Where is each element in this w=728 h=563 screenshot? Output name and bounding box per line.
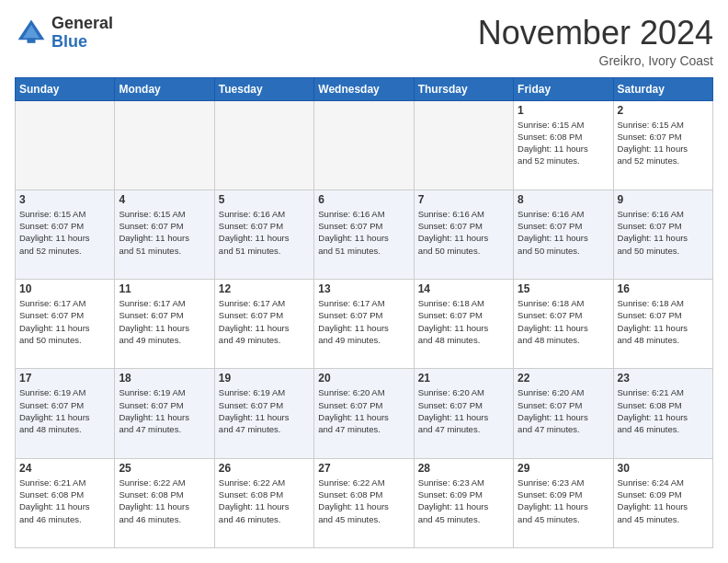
day-info: Sunrise: 6:21 AM Sunset: 6:08 PM Dayligh… xyxy=(618,386,709,435)
col-wednesday: Wednesday xyxy=(314,77,414,100)
day-number: 13 xyxy=(318,282,409,295)
day-info: Sunrise: 6:22 AM Sunset: 6:08 PM Dayligh… xyxy=(219,477,310,525)
calendar-cell xyxy=(115,100,214,190)
day-number: 24 xyxy=(19,462,110,475)
calendar-cell: 10Sunrise: 6:17 AM Sunset: 6:07 PM Dayli… xyxy=(16,280,115,369)
calendar-cell xyxy=(314,100,414,190)
calendar-week-row: 1Sunrise: 6:15 AM Sunset: 6:08 PM Daylig… xyxy=(16,100,713,190)
day-info: Sunrise: 6:15 AM Sunset: 6:07 PM Dayligh… xyxy=(119,208,210,257)
calendar-week-row: 24Sunrise: 6:21 AM Sunset: 6:08 PM Dayli… xyxy=(16,458,713,547)
header: General Blue November 2024 Greikro, Ivor… xyxy=(15,15,713,68)
day-info: Sunrise: 6:17 AM Sunset: 6:07 PM Dayligh… xyxy=(119,297,210,346)
location: Greikro, Ivory Coast xyxy=(478,53,713,68)
day-info: Sunrise: 6:15 AM Sunset: 6:07 PM Dayligh… xyxy=(618,119,709,167)
day-info: Sunrise: 6:24 AM Sunset: 6:09 PM Dayligh… xyxy=(618,477,709,525)
calendar-week-row: 3Sunrise: 6:15 AM Sunset: 6:07 PM Daylig… xyxy=(16,190,713,279)
day-number: 25 xyxy=(119,462,210,475)
day-number: 10 xyxy=(19,282,110,295)
day-info: Sunrise: 6:18 AM Sunset: 6:07 PM Dayligh… xyxy=(418,297,509,346)
day-number: 17 xyxy=(19,372,110,385)
col-monday: Monday xyxy=(115,77,214,100)
day-info: Sunrise: 6:16 AM Sunset: 6:07 PM Dayligh… xyxy=(518,208,609,257)
day-number: 3 xyxy=(19,193,110,206)
day-info: Sunrise: 6:18 AM Sunset: 6:07 PM Dayligh… xyxy=(518,297,609,346)
day-info: Sunrise: 6:19 AM Sunset: 6:07 PM Dayligh… xyxy=(119,386,210,435)
col-thursday: Thursday xyxy=(414,77,513,100)
calendar-cell: 29Sunrise: 6:23 AM Sunset: 6:09 PM Dayli… xyxy=(514,458,613,547)
day-info: Sunrise: 6:16 AM Sunset: 6:07 PM Dayligh… xyxy=(318,208,409,257)
calendar-cell: 18Sunrise: 6:19 AM Sunset: 6:07 PM Dayli… xyxy=(115,369,214,458)
day-number: 30 xyxy=(618,462,709,475)
calendar-cell: 4Sunrise: 6:15 AM Sunset: 6:07 PM Daylig… xyxy=(115,190,214,279)
logo-text: General Blue xyxy=(51,15,113,52)
calendar-cell: 7Sunrise: 6:16 AM Sunset: 6:07 PM Daylig… xyxy=(414,190,513,279)
calendar-cell: 11Sunrise: 6:17 AM Sunset: 6:07 PM Dayli… xyxy=(115,280,214,369)
day-info: Sunrise: 6:17 AM Sunset: 6:07 PM Dayligh… xyxy=(219,297,310,346)
day-number: 28 xyxy=(418,462,509,475)
day-info: Sunrise: 6:16 AM Sunset: 6:07 PM Dayligh… xyxy=(418,208,509,257)
day-number: 22 xyxy=(518,372,609,385)
day-info: Sunrise: 6:20 AM Sunset: 6:07 PM Dayligh… xyxy=(318,386,409,435)
day-number: 4 xyxy=(119,193,210,206)
col-tuesday: Tuesday xyxy=(214,77,313,100)
calendar-cell: 27Sunrise: 6:22 AM Sunset: 6:08 PM Dayli… xyxy=(314,458,414,547)
day-number: 23 xyxy=(618,372,709,385)
day-info: Sunrise: 6:16 AM Sunset: 6:07 PM Dayligh… xyxy=(618,208,709,257)
day-info: Sunrise: 6:23 AM Sunset: 6:09 PM Dayligh… xyxy=(518,477,609,525)
month-title: November 2024 xyxy=(478,15,713,52)
logo-blue-text: Blue xyxy=(51,33,113,52)
day-info: Sunrise: 6:16 AM Sunset: 6:07 PM Dayligh… xyxy=(219,208,310,257)
calendar-cell: 5Sunrise: 6:16 AM Sunset: 6:07 PM Daylig… xyxy=(214,190,313,279)
day-info: Sunrise: 6:20 AM Sunset: 6:07 PM Dayligh… xyxy=(518,386,609,435)
day-number: 5 xyxy=(219,193,310,206)
day-info: Sunrise: 6:19 AM Sunset: 6:07 PM Dayligh… xyxy=(19,386,110,435)
logo-icon xyxy=(15,17,48,50)
calendar-cell: 20Sunrise: 6:20 AM Sunset: 6:07 PM Dayli… xyxy=(314,369,414,458)
day-number: 21 xyxy=(418,372,509,385)
logo: General Blue xyxy=(15,15,113,52)
calendar-cell: 16Sunrise: 6:18 AM Sunset: 6:07 PM Dayli… xyxy=(613,280,712,369)
day-number: 19 xyxy=(219,372,310,385)
calendar-cell: 14Sunrise: 6:18 AM Sunset: 6:07 PM Dayli… xyxy=(414,280,513,369)
day-number: 6 xyxy=(318,193,409,206)
calendar-cell xyxy=(16,100,115,190)
day-number: 8 xyxy=(518,193,609,206)
title-block: November 2024 Greikro, Ivory Coast xyxy=(478,15,713,68)
calendar-cell xyxy=(214,100,313,190)
calendar-cell: 13Sunrise: 6:17 AM Sunset: 6:07 PM Dayli… xyxy=(314,280,414,369)
day-number: 26 xyxy=(219,462,310,475)
calendar-cell: 9Sunrise: 6:16 AM Sunset: 6:07 PM Daylig… xyxy=(613,190,712,279)
calendar-cell: 26Sunrise: 6:22 AM Sunset: 6:08 PM Dayli… xyxy=(214,458,313,547)
day-info: Sunrise: 6:22 AM Sunset: 6:08 PM Dayligh… xyxy=(119,477,210,525)
calendar-cell: 2Sunrise: 6:15 AM Sunset: 6:07 PM Daylig… xyxy=(613,100,712,190)
calendar-cell: 23Sunrise: 6:21 AM Sunset: 6:08 PM Dayli… xyxy=(613,369,712,458)
day-number: 16 xyxy=(618,282,709,295)
calendar-cell: 8Sunrise: 6:16 AM Sunset: 6:07 PM Daylig… xyxy=(514,190,613,279)
day-number: 29 xyxy=(518,462,609,475)
calendar-table: Sunday Monday Tuesday Wednesday Thursday… xyxy=(15,77,713,548)
day-info: Sunrise: 6:15 AM Sunset: 6:07 PM Dayligh… xyxy=(19,208,110,257)
day-info: Sunrise: 6:17 AM Sunset: 6:07 PM Dayligh… xyxy=(19,297,110,346)
calendar-cell: 22Sunrise: 6:20 AM Sunset: 6:07 PM Dayli… xyxy=(514,369,613,458)
calendar-cell: 21Sunrise: 6:20 AM Sunset: 6:07 PM Dayli… xyxy=(414,369,513,458)
day-number: 11 xyxy=(119,282,210,295)
day-info: Sunrise: 6:15 AM Sunset: 6:08 PM Dayligh… xyxy=(518,119,609,167)
calendar-week-row: 10Sunrise: 6:17 AM Sunset: 6:07 PM Dayli… xyxy=(16,280,713,369)
calendar-week-row: 17Sunrise: 6:19 AM Sunset: 6:07 PM Dayli… xyxy=(16,369,713,458)
day-number: 20 xyxy=(318,372,409,385)
day-number: 9 xyxy=(618,193,709,206)
calendar-cell: 25Sunrise: 6:22 AM Sunset: 6:08 PM Dayli… xyxy=(115,458,214,547)
calendar-cell: 12Sunrise: 6:17 AM Sunset: 6:07 PM Dayli… xyxy=(214,280,313,369)
calendar-cell: 28Sunrise: 6:23 AM Sunset: 6:09 PM Dayli… xyxy=(414,458,513,547)
calendar-cell: 24Sunrise: 6:21 AM Sunset: 6:08 PM Dayli… xyxy=(16,458,115,547)
day-number: 1 xyxy=(518,104,609,117)
day-info: Sunrise: 6:17 AM Sunset: 6:07 PM Dayligh… xyxy=(318,297,409,346)
day-number: 2 xyxy=(618,104,709,117)
day-info: Sunrise: 6:19 AM Sunset: 6:07 PM Dayligh… xyxy=(219,386,310,435)
calendar-cell: 6Sunrise: 6:16 AM Sunset: 6:07 PM Daylig… xyxy=(314,190,414,279)
day-info: Sunrise: 6:21 AM Sunset: 6:08 PM Dayligh… xyxy=(19,477,110,525)
day-info: Sunrise: 6:20 AM Sunset: 6:07 PM Dayligh… xyxy=(418,386,509,435)
calendar-cell: 17Sunrise: 6:19 AM Sunset: 6:07 PM Dayli… xyxy=(16,369,115,458)
calendar-cell: 19Sunrise: 6:19 AM Sunset: 6:07 PM Dayli… xyxy=(214,369,313,458)
calendar-cell: 1Sunrise: 6:15 AM Sunset: 6:08 PM Daylig… xyxy=(514,100,613,190)
